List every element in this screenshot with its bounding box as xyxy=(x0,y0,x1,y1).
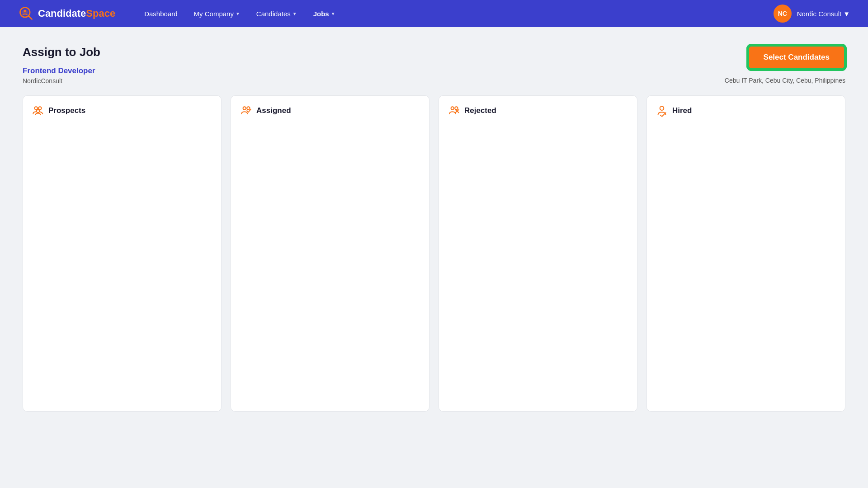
column-header-rejected: Rejected xyxy=(448,105,628,117)
svg-point-9 xyxy=(451,107,454,110)
svg-point-10 xyxy=(455,107,458,110)
nav-dashboard[interactable]: Dashboard xyxy=(138,6,184,21)
svg-line-3 xyxy=(28,16,32,19)
job-location: Cebu IT Park, Cebu City, Cebu, Philippin… xyxy=(725,77,845,84)
candidates-chevron: ▼ xyxy=(292,11,297,16)
navbar: CandidateSpace Dashboard My Company ▼ Ca… xyxy=(0,0,868,27)
column-title-prospects: Prospects xyxy=(48,106,85,115)
kanban-column-assigned: Assigned xyxy=(231,95,429,412)
my-company-chevron: ▼ xyxy=(236,11,240,16)
kanban-board: Prospects Assigned xyxy=(23,95,845,412)
job-company: NordicConsult xyxy=(23,77,100,84)
header-left: Assign to Job Frontend Developer NordicC… xyxy=(23,45,100,84)
column-title-assigned: Assigned xyxy=(256,106,291,115)
column-header-prospects: Prospects xyxy=(32,105,212,117)
svg-point-8 xyxy=(247,107,250,110)
svg-point-6 xyxy=(37,110,40,113)
page-header: Assign to Job Frontend Developer NordicC… xyxy=(23,45,845,84)
svg-point-13 xyxy=(660,106,664,110)
job-info: Frontend Developer NordicConsult xyxy=(23,66,100,84)
logo-text: CandidateSpace xyxy=(38,8,115,19)
kanban-column-prospects: Prospects xyxy=(23,95,222,412)
avatar[interactable]: NC xyxy=(774,5,792,23)
kanban-column-rejected: Rejected xyxy=(439,95,637,412)
company-name-dropdown[interactable]: Nordic Consult ▼ xyxy=(797,10,850,18)
select-candidates-button[interactable]: Select Candidates xyxy=(748,45,845,70)
prospects-icon xyxy=(32,105,44,117)
nav-my-company[interactable]: My Company ▼ xyxy=(188,6,246,21)
svg-point-2 xyxy=(24,10,26,12)
column-header-assigned: Assigned xyxy=(240,105,420,117)
nav-candidates[interactable]: Candidates ▼ xyxy=(250,6,303,21)
job-title-link[interactable]: Frontend Developer xyxy=(23,66,100,75)
logo-icon xyxy=(18,5,34,22)
nav-jobs[interactable]: Jobs ▼ xyxy=(307,6,342,21)
column-title-rejected: Rejected xyxy=(464,106,496,115)
company-chevron: ▼ xyxy=(843,10,850,18)
svg-point-5 xyxy=(38,107,42,110)
page-title: Assign to Job xyxy=(23,45,100,59)
assigned-icon xyxy=(240,105,252,117)
column-title-hired: Hired xyxy=(672,106,692,115)
jobs-chevron: ▼ xyxy=(331,11,335,16)
svg-point-7 xyxy=(243,107,246,110)
nav-links: Dashboard My Company ▼ Candidates ▼ Jobs… xyxy=(138,6,774,21)
header-right: Select Candidates Cebu IT Park, Cebu Cit… xyxy=(725,45,845,84)
kanban-column-hired: Hired xyxy=(646,95,845,412)
rejected-icon xyxy=(448,105,460,117)
hired-icon xyxy=(656,105,668,117)
column-header-hired: Hired xyxy=(656,105,836,117)
svg-point-4 xyxy=(34,107,38,110)
main-content: Assign to Job Frontend Developer NordicC… xyxy=(0,27,868,430)
nav-right: NC Nordic Consult ▼ xyxy=(774,5,850,23)
logo[interactable]: CandidateSpace xyxy=(18,5,115,22)
